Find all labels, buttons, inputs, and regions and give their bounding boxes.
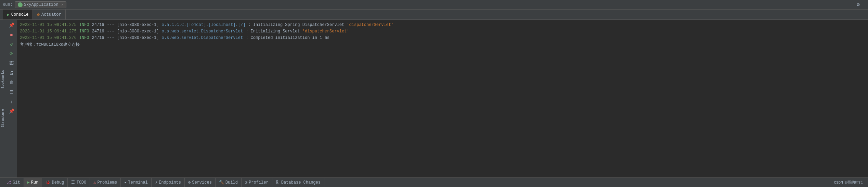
log-class: o.s.web.servlet.DispatcherServlet bbox=[162, 35, 243, 41]
log-class: o.s.web.servlet.DispatcherServlet bbox=[162, 28, 243, 35]
status-left: ⎇ Git ▶ Run 🐞 Debug ☰ TODO ⚠ Problems ▸ … bbox=[3, 178, 324, 187]
todo-icon: ☰ bbox=[71, 180, 75, 185]
log-pid: 24716 bbox=[92, 28, 104, 35]
sidebar-pin-icon[interactable]: 📌 bbox=[8, 21, 16, 29]
sidebar-print-icon[interactable]: 🖨 bbox=[8, 69, 16, 77]
sidebar-stop-icon[interactable]: ■ bbox=[8, 31, 16, 39]
tab-actuator-label: Actuator bbox=[41, 12, 61, 17]
database-changes-label: Database Changes bbox=[281, 180, 321, 185]
log-separator: --- bbox=[107, 22, 114, 28]
services-icon: ⚙ bbox=[188, 180, 191, 185]
console-icon: ▶ bbox=[7, 12, 10, 17]
tab-actuator[interactable]: ⚙ Actuator bbox=[33, 10, 65, 19]
status-item-services[interactable]: ⚙ Services bbox=[185, 178, 216, 187]
log-level: INFO bbox=[79, 22, 89, 28]
tab-console-label: Console bbox=[11, 12, 28, 17]
log-class: o.a.c.c.C.[Tomcat].[localhost].[/] bbox=[162, 22, 246, 28]
tabs-bar: ▶ Console ⚙ Actuator bbox=[0, 10, 868, 20]
profiler-icon: ◎ bbox=[245, 180, 247, 185]
status-item-git[interactable]: ⎇ Git bbox=[3, 178, 24, 187]
top-bar: Run: SkyApplication × ⚙ — bbox=[0, 0, 868, 10]
minimize-icon[interactable]: — bbox=[863, 2, 865, 8]
debug-label: Debug bbox=[52, 180, 64, 185]
run-icon: ▶ bbox=[27, 180, 30, 185]
log-level: INFO bbox=[79, 35, 89, 41]
log-line: 2023-11-01 15:09:41.276 INFO 24716 --- [… bbox=[20, 35, 865, 41]
log-pid: 24716 bbox=[92, 22, 104, 28]
close-tab-icon[interactable]: × bbox=[61, 3, 64, 7]
console-output[interactable]: 2023-11-01 15:09:41.275 INFO 24716 --- [… bbox=[17, 20, 868, 177]
far-left-panel: Bookmarks Structure bbox=[0, 20, 6, 177]
log-thread: [nio-8080-exec-1] bbox=[117, 35, 159, 41]
status-item-endpoints[interactable]: ⚡ Endpoints bbox=[152, 178, 185, 187]
bookmarks-label[interactable]: Bookmarks bbox=[1, 70, 5, 88]
status-item-debug[interactable]: 🐞 Debug bbox=[42, 178, 68, 187]
build-icon: 🔨 bbox=[219, 180, 224, 185]
app-name: SkyApplication bbox=[24, 2, 59, 7]
log-line: 2023-11-01 15:09:41.275 INFO 24716 --- [… bbox=[20, 22, 865, 28]
actuator-icon: ⚙ bbox=[37, 12, 40, 17]
log-thread: [nio-8080-exec-1] bbox=[117, 28, 159, 35]
status-bar: ⎇ Git ▶ Run 🐞 Debug ☰ TODO ⚠ Problems ▸ … bbox=[0, 177, 868, 187]
log-timestamp: 2023-11-01 15:09:41.276 bbox=[20, 35, 77, 41]
sidebar: 📌 ■ ↺ ⟳ 🖼 🖨 🗑 ☰ ↓ 📌 bbox=[6, 20, 17, 177]
log-level: INFO bbox=[79, 28, 89, 35]
status-right-text: CSDN @哥的时代 bbox=[834, 180, 865, 185]
log-separator: --- bbox=[107, 35, 114, 41]
log-pid: 24716 bbox=[92, 35, 104, 41]
terminal-label: Terminal bbox=[128, 180, 148, 185]
git-label: Git bbox=[13, 180, 20, 185]
log-line: 客户端：fcw8u1al0xd建立连接 bbox=[20, 42, 865, 48]
todo-label: TODO bbox=[76, 180, 86, 185]
debug-icon: 🐞 bbox=[46, 180, 50, 185]
profiler-label: Profiler bbox=[249, 180, 269, 185]
status-item-run[interactable]: ▶ Run bbox=[24, 178, 42, 187]
endpoints-icon: ⚡ bbox=[155, 180, 157, 185]
tab-console[interactable]: ▶ Console bbox=[3, 10, 33, 19]
sidebar-rerun-icon[interactable]: ↺ bbox=[8, 40, 16, 48]
status-item-build[interactable]: 🔨 Build bbox=[216, 178, 242, 187]
git-icon: ⎇ bbox=[7, 180, 11, 185]
run-label-area: Run: SkyApplication × bbox=[3, 1, 66, 8]
log-thread: [nio-8080-exec-1] bbox=[117, 22, 159, 28]
main-area: Bookmarks Structure 📌 ■ ↺ ⟳ 🖼 🖨 🗑 ☰ ↓ 📌 … bbox=[0, 20, 868, 177]
database-changes-icon: 🗄 bbox=[276, 180, 280, 185]
sidebar-list-icon[interactable]: ☰ bbox=[8, 88, 16, 96]
app-icon bbox=[18, 2, 23, 7]
services-label: Services bbox=[192, 180, 212, 185]
log-message: : Initializing Spring DispatcherServlet … bbox=[248, 22, 393, 28]
settings-icon[interactable]: ⚙ bbox=[857, 2, 859, 8]
structure-label[interactable]: Structure bbox=[1, 109, 5, 127]
log-message: : Completed initialization in 1 ms bbox=[246, 35, 329, 41]
sidebar-pin2-icon[interactable]: 📌 bbox=[8, 107, 16, 115]
terminal-icon: ▸ bbox=[124, 180, 127, 185]
problems-label: Problems bbox=[98, 180, 117, 185]
run-app-button[interactable]: SkyApplication × bbox=[15, 1, 66, 8]
run-status-label: Run bbox=[31, 180, 39, 185]
sidebar-camera-icon[interactable]: 🖼 bbox=[8, 59, 16, 68]
log-client-message: 客户端：fcw8u1al0xd建立连接 bbox=[20, 42, 80, 48]
log-timestamp: 2023-11-01 15:09:41.275 bbox=[20, 22, 77, 28]
sidebar-update-icon[interactable]: ⟳ bbox=[8, 50, 16, 58]
log-separator: --- bbox=[107, 28, 114, 35]
build-label: Build bbox=[225, 180, 238, 185]
status-item-database-changes[interactable]: 🗄 Database Changes bbox=[272, 178, 324, 187]
log-message: : Initializing Servlet 'dispatcherServle… bbox=[246, 28, 349, 35]
endpoints-label: Endpoints bbox=[159, 180, 181, 185]
run-text: Run: bbox=[3, 2, 13, 7]
problems-icon: ⚠ bbox=[93, 180, 96, 185]
status-item-profiler[interactable]: ◎ Profiler bbox=[242, 178, 272, 187]
log-timestamp: 2023-11-01 15:09:41.275 bbox=[20, 28, 77, 35]
sidebar-scroll-icon[interactable]: ↓ bbox=[8, 98, 16, 106]
status-item-todo[interactable]: ☰ TODO bbox=[68, 178, 90, 187]
status-item-terminal[interactable]: ▸ Terminal bbox=[121, 178, 152, 187]
status-item-problems[interactable]: ⚠ Problems bbox=[90, 178, 121, 187]
sidebar-trash-icon[interactable]: 🗑 bbox=[8, 78, 16, 87]
log-line: 2023-11-01 15:09:41.275 INFO 24716 --- [… bbox=[20, 28, 865, 35]
top-bar-right: ⚙ — bbox=[857, 2, 865, 8]
